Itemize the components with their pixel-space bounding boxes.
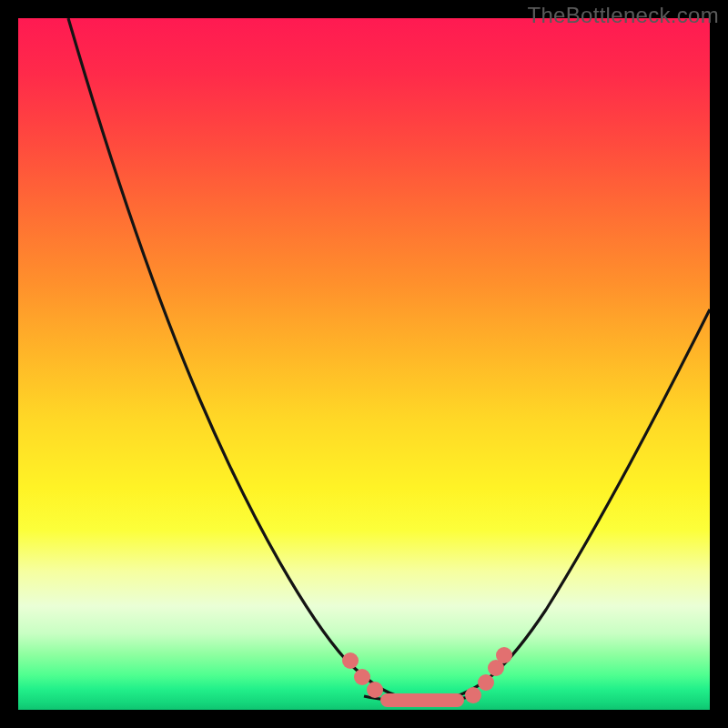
svg-point-0 [342, 652, 359, 669]
svg-point-5 [478, 674, 494, 691]
right-curve [446, 309, 710, 699]
left-curve [68, 18, 410, 699]
watermark-text: TheBottleneck.com [527, 3, 719, 28]
svg-point-4 [465, 687, 481, 703]
bottleneck-curve [18, 18, 710, 710]
svg-point-1 [354, 669, 370, 685]
svg-point-2 [367, 682, 383, 698]
svg-point-7 [496, 647, 512, 663]
svg-rect-3 [380, 693, 464, 707]
plot-frame [18, 18, 710, 710]
